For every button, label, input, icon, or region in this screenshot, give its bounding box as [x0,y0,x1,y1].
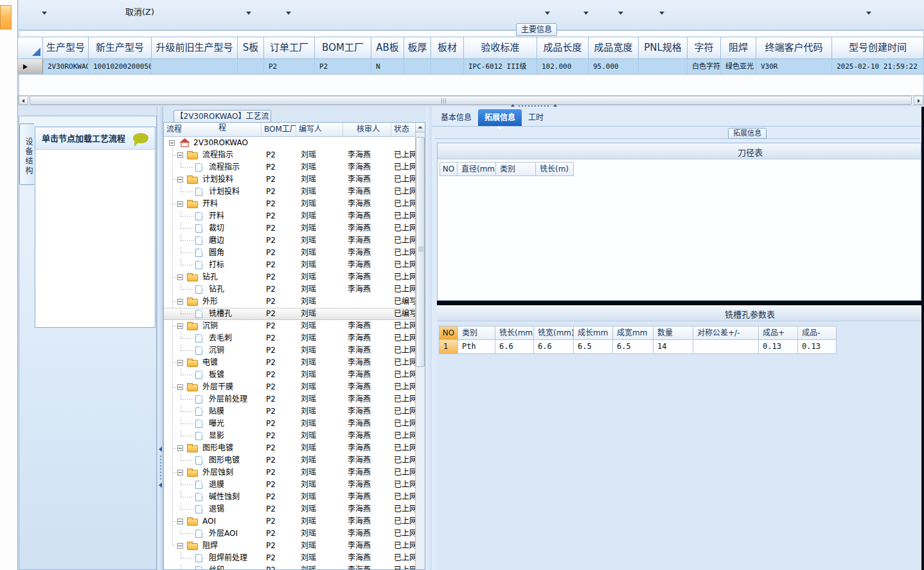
knife-column-header[interactable]: 直径(mm) [458,162,496,176]
tree-row[interactable]: 2V30ROKWAO [164,137,416,149]
knife-column-header[interactable]: NO [440,162,458,176]
expand-collapse-icon[interactable] [177,201,183,207]
tree-row[interactable]: 去毛刺P2刘瑶李海燕已上网 [164,332,416,344]
tree-row[interactable]: 流程指示P2刘瑶李海燕已上网 [164,149,416,161]
menu-item-cancel[interactable]: 取消(Z) [125,5,154,17]
tree-row[interactable]: 开料P2刘瑶李海燕已上网 [164,210,416,222]
tree-row[interactable]: 阻焊P2刘瑶李海燕已上网 [164,540,416,552]
dropdown-arrow-icon[interactable] [866,12,871,15]
expand-collapse-icon[interactable] [177,519,183,524]
tree-row[interactable]: 电镀P2刘瑶李海燕已上网 [164,357,416,369]
tree-row[interactable]: 打标P2刘瑶李海燕已上网 [164,259,416,271]
expand-collapse-icon[interactable] [177,299,183,305]
column-header[interactable]: BOM工厂 [315,37,371,59]
row-selector-cell[interactable] [18,59,43,75]
tree-row[interactable]: 圆角P2刘瑶李海燕已上网 [164,247,416,259]
tree-row[interactable]: 曝光P2刘瑶李海燕已上网 [164,418,416,430]
middle-splitter[interactable] [426,107,432,570]
dropdown-arrow-icon[interactable] [618,12,623,15]
expand-collapse-icon[interactable] [177,274,183,280]
slot-column-header[interactable]: 成长mm [574,326,613,340]
column-header[interactable]: 生产型号 [43,37,89,59]
panel-collapse-handle[interactable] [511,103,557,109]
tab-extended-info[interactable]: 拓展信息 [478,109,522,126]
column-header[interactable]: 板材 [431,37,464,59]
tree-row[interactable]: AOIP2刘瑶李海燕已上网 [164,515,416,528]
tree-row[interactable]: 磨边P2刘瑶李海燕已上网 [164,235,416,247]
slot-table-data-row[interactable]: 1Pth6.66.66.56.5140.130.13 [439,340,837,354]
column-header[interactable]: 字符 [688,37,721,59]
tree-row[interactable]: 钻孔P2刘瑶李海燕已上网 [164,283,416,296]
column-header[interactable]: 订单工厂 [264,37,315,59]
tree-column-header[interactable]: 状态 [391,123,416,136]
tree-row[interactable]: 开料P2刘瑶李海燕已上网 [164,198,416,210]
tree-row[interactable]: 外层AOIP2刘瑶李海燕已上网 [164,528,416,540]
expand-collapse-icon[interactable] [177,470,183,476]
slot-column-header[interactable]: 铣长(mm) [495,326,534,340]
main-table-data-row[interactable]: 2V30ROKWAO10010200200050P2P2NIPC-6012 II… [18,59,924,75]
expand-collapse-icon[interactable] [169,140,175,146]
tree-row[interactable]: 图形电镀P2刘瑶李海燕已上网 [164,454,416,467]
slot-column-header[interactable]: NO [439,326,458,340]
collapse-left-icon[interactable] [159,483,162,488]
column-header[interactable]: 终端客户代码 [756,37,832,59]
column-header[interactable]: 成品长度 [537,37,589,59]
column-header[interactable]: 板厚 [404,37,431,59]
dropdown-arrow-icon[interactable] [246,12,251,15]
slot-column-header[interactable]: 铣宽(mm) [534,326,574,340]
tab-device-structure[interactable]: 设备结构 [19,123,34,185]
select-all-corner-cell[interactable] [18,37,43,59]
tree-row[interactable]: 丝印P2刘瑶李海燕已上网 [164,564,416,570]
column-header[interactable]: 成品宽度 [589,37,639,59]
tree-column-header[interactable]: BOM工厂 [262,123,296,136]
tree-vertical-scrollbar[interactable] [415,123,425,570]
knife-column-header[interactable]: 铣长(m) [536,162,574,176]
tree-row[interactable]: 流程指示P2刘瑶李海燕已上网 [164,161,416,174]
tree-row[interactable]: 外层蚀刻P2刘瑶李海燕已上网 [164,467,416,479]
scroll-left-button[interactable] [19,96,28,105]
column-header[interactable]: 型号创建时间 [832,37,924,59]
column-header[interactable]: PNL规格 [639,37,688,59]
knife-column-header[interactable]: 类别 [496,162,536,176]
tree-row[interactable]: 沉铜P2刘瑶李海燕已上网 [164,344,416,357]
slot-column-header[interactable]: 成宽mm [613,326,653,340]
left-splitter[interactable] [157,107,163,570]
slot-column-header[interactable]: 对称公差+/- [693,326,759,340]
tree-row[interactable]: 外层干膜P2刘瑶李海燕已上网 [164,381,416,393]
dropdown-arrow-icon[interactable] [659,12,664,15]
collapse-left-icon[interactable] [159,447,162,452]
process-flow-tab[interactable]: 【2V30ROKWAO】工艺流程 [173,110,271,123]
expand-collapse-icon[interactable] [177,323,183,329]
expand-collapse-icon[interactable] [177,543,183,549]
scrollbar-thumb[interactable] [30,96,912,105]
tree-row[interactable]: 裁切P2刘瑶李海燕已上网 [164,222,416,235]
column-header[interactable]: AB板 [371,37,404,59]
tree-row[interactable]: 退锡P2刘瑶李海燕已上网 [164,503,416,515]
column-header[interactable]: S板 [238,37,264,59]
tree-row[interactable]: 板镀P2刘瑶李海燕已上网 [164,369,416,381]
tree-row[interactable]: 计划投料P2刘瑶李海燕已上网 [164,186,416,198]
dropdown-arrow-icon[interactable] [545,12,550,15]
scrollbar-thumb[interactable] [416,137,425,367]
tree-row[interactable]: 计划投料P2刘瑶李海燕已上网 [164,174,416,186]
expand-collapse-icon[interactable] [177,445,183,451]
tab-basic-info[interactable]: 基本信息 [434,109,478,126]
tree-row[interactable]: 退膜P2刘瑶李海燕已上网 [164,479,416,491]
slot-column-header[interactable]: 类别 [458,326,495,340]
column-header[interactable]: 新生产型号 [89,37,152,59]
tree-row[interactable]: 阻焊前处理P2刘瑶李海燕已上网 [164,552,416,564]
expand-collapse-icon[interactable] [177,360,183,366]
tree-row[interactable]: 贴膜P2刘瑶李海燕已上网 [164,405,416,418]
expand-collapse-icon[interactable] [177,177,183,183]
tree-row[interactable]: 外形P2刘瑶已编写 [164,296,416,308]
dropdown-arrow-icon[interactable] [42,12,47,15]
scroll-up-button[interactable] [416,123,425,132]
horizontal-scrollbar[interactable] [18,95,924,105]
expand-collapse-icon[interactable] [177,152,183,158]
tree-row[interactable]: 钻孔P2刘瑶李海燕已上网 [164,271,416,283]
tree-row[interactable]: 显影P2刘瑶李海燕已上网 [164,430,416,442]
tree-row[interactable]: 外层前处理P2刘瑶李海燕已上网 [164,393,416,405]
tree-column-header[interactable]: 核审人 [343,123,391,136]
slot-column-header[interactable]: 成品- [798,326,837,340]
tree-row[interactable]: 铣槽孔P2刘瑶已编写 [164,308,416,320]
